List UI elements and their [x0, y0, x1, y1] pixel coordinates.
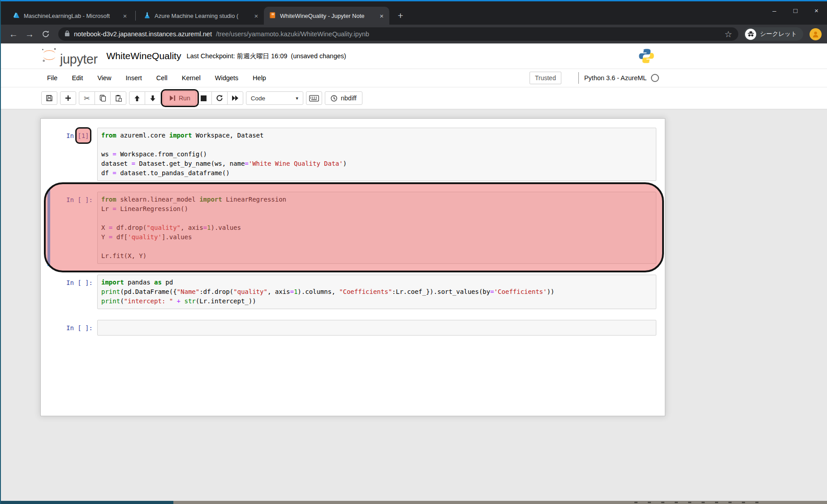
run-icon [169, 95, 176, 101]
move-cell-down-button[interactable] [145, 91, 161, 105]
cut-icon: ✂ [84, 94, 90, 103]
minimize-button[interactable]: – [764, 1, 785, 19]
unsaved-changes-status: (unsaved changes) [291, 52, 346, 60]
azure-ml-flask-icon [144, 12, 151, 20]
arrow-down-icon [150, 95, 156, 102]
menu-widgets[interactable]: Widgets [208, 74, 246, 82]
notebook-container: In [1]:from azureml.core import Workspac… [40, 118, 665, 416]
code-block[interactable]: from sklearn.linear_model import LinearR… [101, 195, 652, 261]
menu-insert[interactable]: Insert [119, 74, 149, 82]
move-cell-up-button[interactable] [129, 91, 145, 105]
move-group [129, 91, 161, 105]
trusted-button[interactable]: Trusted [530, 72, 561, 84]
code-block[interactable]: from azureml.core import Workspace, Data… [101, 131, 652, 178]
menu-help[interactable]: Help [246, 74, 273, 82]
cell-code-editor[interactable]: from azureml.core import Workspace, Data… [97, 128, 656, 181]
cut-button[interactable]: ✂ [79, 91, 95, 105]
command-palette-button[interactable] [306, 91, 322, 105]
window-controls: – □ × [764, 1, 827, 19]
menu-bar: File Edit View Insert Cell Kernel Widget… [1, 69, 827, 87]
tab-divider [135, 11, 136, 21]
avatar[interactable] [810, 28, 822, 40]
close-button[interactable]: × [806, 1, 827, 19]
copy-button[interactable] [95, 91, 111, 105]
cell-type-select[interactable]: Code ▾ [246, 91, 303, 105]
interrupt-kernel-button[interactable] [196, 91, 212, 105]
menu-edit[interactable]: Edit [65, 74, 90, 82]
add-cell-button[interactable] [60, 91, 76, 105]
kernel-name: Python 3.6 - AzureML [584, 74, 646, 82]
cell-code-editor[interactable]: from sklearn.linear_model import LinearR… [97, 192, 656, 264]
azure-icon [13, 12, 20, 20]
code-block[interactable] [101, 323, 652, 332]
tab-title: Azure Machine Learning studio ( [155, 13, 248, 19]
nbdiff-label: nbdiff [341, 95, 357, 102]
tab-title: MaschineLearningLab - Microsoft [24, 13, 117, 19]
run-button-label: Run [179, 95, 190, 102]
forward-icon[interactable]: → [22, 27, 37, 41]
save-button[interactable] [41, 91, 57, 105]
jupyter-book-icon [269, 12, 276, 20]
bookmark-star-icon[interactable]: ☆ [721, 29, 736, 39]
keyboard-icon [309, 95, 319, 102]
run-button-wrapper: Run [164, 91, 196, 105]
cell-input-prompt: In [ ]: [50, 192, 97, 264]
notebook-title[interactable]: WhiteWineQuality [107, 51, 181, 61]
jupyter-logo[interactable]: jupyter [40, 46, 98, 66]
fast-forward-icon [232, 95, 239, 101]
new-tab-button[interactable]: + [394, 9, 407, 22]
address-input[interactable]: notebook-d3v2.japaneast.instances.azurem… [58, 27, 738, 41]
chevron-down-icon: ▾ [296, 95, 298, 101]
notebook-cell[interactable]: In [1]:from azureml.core import Workspac… [47, 125, 659, 183]
copy-icon [99, 95, 106, 102]
tab-close-icon[interactable]: × [121, 12, 129, 20]
lock-icon [65, 30, 70, 38]
back-icon[interactable]: ← [6, 27, 21, 41]
incognito-badge: シークレット [744, 27, 803, 41]
cell-type-value: Code [251, 95, 265, 102]
notebook-cell[interactable]: In [ ]:from sklearn.linear_model import … [47, 190, 659, 266]
menu-cell[interactable]: Cell [149, 74, 175, 82]
code-block[interactable]: import pandas as pdprint(pd.DataFrame({"… [101, 278, 652, 306]
taskbar-edge-left [1, 501, 173, 504]
restart-kernel-button[interactable] [211, 91, 228, 105]
paste-button[interactable] [110, 91, 126, 105]
notebook-cell[interactable]: In [ ]:import pandas as pdprint(pd.DataF… [47, 272, 659, 311]
cell-code-editor[interactable]: import pandas as pdprint(pd.DataFrame({"… [97, 275, 656, 309]
nbdiff-button[interactable]: nbdiff [325, 91, 362, 105]
notebook-cell[interactable]: In [ ]: [47, 318, 659, 338]
run-button[interactable]: Run [164, 91, 196, 105]
tab-strip: MaschineLearningLab - Microsoft × Azure … [1, 1, 827, 25]
menu-view[interactable]: View [90, 74, 118, 82]
tab-azure-ml-studio[interactable]: Azure Machine Learning studio ( × [138, 7, 264, 25]
restart-run-all-button[interactable] [227, 91, 243, 105]
tab-close-icon[interactable]: × [252, 12, 260, 20]
notebook-site: In [1]:from azureml.core import Workspac… [1, 109, 827, 502]
browser-window: MaschineLearningLab - Microsoft × Azure … [0, 0, 827, 504]
menu-right-group: Trusted Python 3.6 - AzureML [530, 69, 659, 87]
run-group: Run [164, 91, 243, 105]
checkpoint-status: Last Checkpoint: 前週火曜日 16:09 [186, 52, 287, 60]
url-path: /tree/users/yamamoto.kazuki/WhiteWineQua… [216, 30, 717, 38]
url-bar: ← → notebook-d3v2.japaneast.instances.az… [1, 25, 827, 43]
arrow-up-icon [134, 95, 140, 102]
notebook-toolbar: ✂ Run [1, 87, 827, 109]
taskbar-tray-sliver [634, 502, 769, 503]
tab-title: WhiteWineQuality - Jupyter Note [280, 13, 374, 19]
refresh-icon [216, 95, 223, 102]
cell-input-prompt: In [ ]: [50, 320, 97, 336]
menu-file[interactable]: File [40, 74, 65, 82]
tab-machinelearninglab[interactable]: MaschineLearningLab - Microsoft × [7, 7, 133, 25]
reload-icon[interactable] [39, 27, 53, 41]
clock-icon [331, 95, 337, 102]
menu-kernel[interactable]: Kernel [175, 74, 208, 82]
jupyter-logo-text: jupyter [60, 53, 98, 66]
tab-close-icon[interactable]: × [378, 12, 386, 20]
jupyter-header: jupyter WhiteWineQuality Last Checkpoint… [1, 43, 827, 69]
maximize-button[interactable]: □ [785, 1, 806, 19]
paste-icon [115, 95, 122, 102]
taskbar-edge [1, 501, 827, 504]
cell-code-editor[interactable] [97, 320, 656, 336]
url-host: notebook-d3v2.japaneast.instances.azurem… [74, 30, 212, 38]
tab-whitewinequality-active[interactable]: WhiteWineQuality - Jupyter Note × [264, 7, 389, 25]
